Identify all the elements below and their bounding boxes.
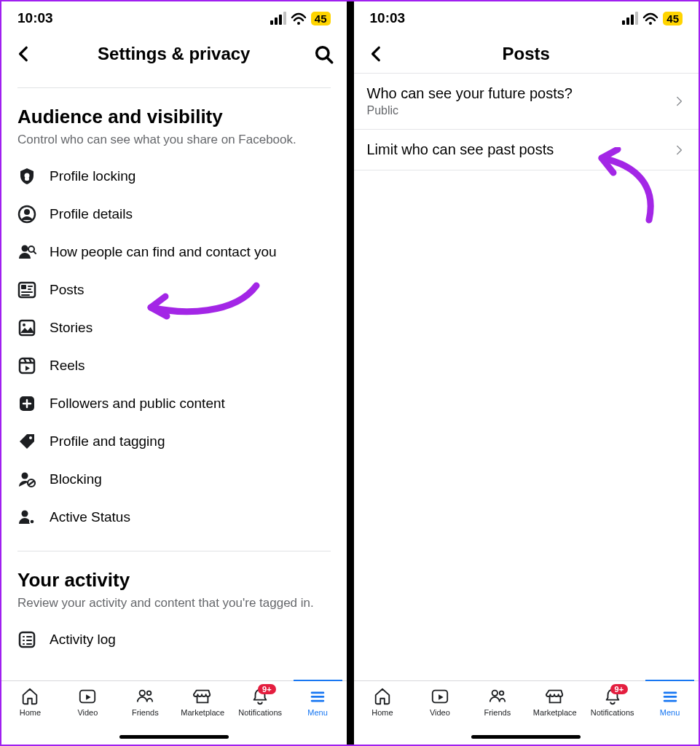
row-future-posts[interactable]: Who can see your future posts? Public xyxy=(354,74,699,130)
wifi-icon xyxy=(291,12,307,25)
battery-badge: 45 xyxy=(311,12,331,25)
row-stories[interactable]: Stories xyxy=(17,309,331,347)
home-indicator xyxy=(471,735,581,739)
nav-marketplace[interactable]: Marketplace xyxy=(526,687,583,717)
video-icon xyxy=(78,687,97,706)
row-label: Posts xyxy=(50,282,84,298)
home-icon xyxy=(20,687,39,706)
nav-menu[interactable]: Menu xyxy=(641,687,699,717)
header-title: Posts xyxy=(354,44,699,64)
nav-label: Video xyxy=(77,708,98,717)
nav-home[interactable]: Home xyxy=(1,687,59,717)
chevron-right-icon xyxy=(675,96,685,106)
row-profile-tagging[interactable]: Profile and tagging xyxy=(17,423,331,460)
nav-label: Menu xyxy=(307,708,328,717)
chevron-right-icon xyxy=(675,145,685,155)
nav-notifications[interactable]: 9+Notifications xyxy=(583,687,641,717)
reels-icon xyxy=(17,356,36,375)
back-button[interactable] xyxy=(15,44,34,63)
divider xyxy=(17,87,331,88)
search-button[interactable] xyxy=(313,44,334,64)
nav-home[interactable]: Home xyxy=(354,687,412,717)
wifi-icon xyxy=(642,12,658,25)
nav-label: Friends xyxy=(132,708,159,717)
row-label: How people can find and contact you xyxy=(50,244,277,260)
header: Settings & privacy xyxy=(1,35,347,73)
blocking-icon xyxy=(17,470,36,489)
nav-video[interactable]: Video xyxy=(59,687,117,717)
active-status-icon xyxy=(17,508,36,527)
bottom-nav: Home Video Friends Marketplace 9+Notific… xyxy=(354,680,699,745)
row-label: Blocking xyxy=(50,471,102,487)
header: Posts xyxy=(354,35,699,73)
row-limit-past-posts[interactable]: Limit who can see past posts xyxy=(354,130,699,170)
nav-label: Home xyxy=(371,708,393,717)
battery-badge: 45 xyxy=(663,12,683,25)
cellular-icon xyxy=(622,12,638,25)
nav-notifications[interactable]: 9+Notifications xyxy=(232,687,289,717)
posts-icon xyxy=(17,280,36,299)
nav-label: Notifications xyxy=(591,708,634,717)
row-label: Profile details xyxy=(50,206,133,222)
header-title: Settings & privacy xyxy=(1,44,347,64)
home-indicator xyxy=(119,735,229,739)
row-label: Profile locking xyxy=(50,168,135,184)
right-screen: 10:03 45 Posts Who can see your future p… xyxy=(354,1,699,745)
nav-friends[interactable]: Friends xyxy=(468,687,526,717)
row-activity-log[interactable]: Activity log xyxy=(17,621,331,659)
section-activity-subtitle: Review your activity and content that yo… xyxy=(17,596,331,610)
activity-log-icon xyxy=(17,630,36,649)
person-search-icon xyxy=(17,243,36,262)
screenshot-divider xyxy=(347,1,354,745)
row-posts[interactable]: Posts xyxy=(17,271,331,309)
divider xyxy=(17,551,331,551)
row-label: Activity log xyxy=(50,632,116,648)
followers-icon xyxy=(17,394,36,413)
status-bar: 10:03 45 xyxy=(354,1,699,35)
nav-label: Home xyxy=(20,708,41,717)
row-label: Reels xyxy=(50,358,85,374)
stories-icon xyxy=(17,318,36,337)
row-active-status[interactable]: Active Status xyxy=(17,498,331,536)
row-reels[interactable]: Reels xyxy=(17,347,331,385)
menu-icon xyxy=(308,687,327,706)
row-label: Stories xyxy=(50,320,93,336)
row-find-contact[interactable]: How people can find and contact you xyxy=(17,233,331,271)
video-icon xyxy=(430,687,449,706)
bottom-nav: Home Video Friends Marketplace 9+Notific… xyxy=(1,680,347,745)
row-followers[interactable]: Followers and public content xyxy=(17,385,331,423)
nav-menu[interactable]: Menu xyxy=(289,687,347,717)
row-subtitle: Public xyxy=(367,104,573,117)
notification-badge: 9+ xyxy=(258,684,276,694)
marketplace-icon xyxy=(546,687,565,706)
section-activity-title: Your activity xyxy=(17,569,331,592)
row-title: Limit who can see past posts xyxy=(367,141,554,158)
nav-label: Notifications xyxy=(238,708,282,717)
nav-video[interactable]: Video xyxy=(411,687,468,717)
home-icon xyxy=(373,687,392,706)
left-screen: 10:03 45 Settings & privacy Audience and… xyxy=(1,1,347,745)
status-time: 10:03 xyxy=(17,10,53,26)
menu-icon xyxy=(661,687,680,706)
back-button[interactable] xyxy=(367,44,386,63)
nav-marketplace[interactable]: Marketplace xyxy=(174,687,232,717)
friends-icon xyxy=(135,687,154,706)
status-bar: 10:03 45 xyxy=(1,1,347,35)
nav-label: Marketplace xyxy=(181,708,224,717)
nav-label: Menu xyxy=(660,708,680,717)
cellular-icon xyxy=(270,12,286,25)
row-label: Active Status xyxy=(50,509,130,525)
nav-label: Video xyxy=(430,708,450,717)
shield-lock-icon xyxy=(17,167,36,186)
row-profile-details[interactable]: Profile details xyxy=(17,195,331,233)
row-title: Who can see your future posts? xyxy=(367,85,573,102)
profile-icon xyxy=(17,205,36,224)
row-blocking[interactable]: Blocking xyxy=(17,460,331,498)
section-audience-title: Audience and visibility xyxy=(17,106,331,128)
row-profile-locking[interactable]: Profile locking xyxy=(17,157,331,195)
section-audience-subtitle: Control who can see what you share on Fa… xyxy=(17,133,331,147)
nav-friends[interactable]: Friends xyxy=(117,687,174,717)
nav-label: Friends xyxy=(484,708,511,717)
row-label: Followers and public content xyxy=(50,396,225,412)
status-time: 10:03 xyxy=(370,10,406,26)
